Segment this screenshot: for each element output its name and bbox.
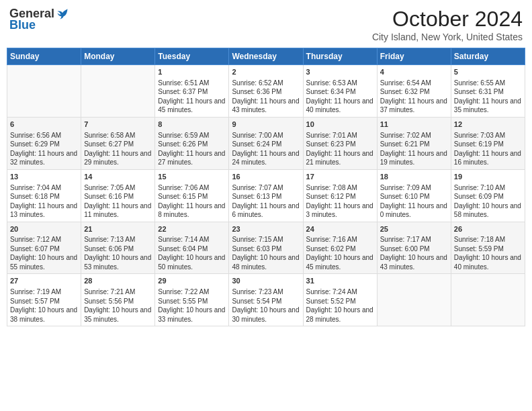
sunset-text: Sunset: 6:16 PM <box>84 193 134 200</box>
daylight-text: Daylight: 10 hours and 43 minutes. <box>380 254 447 271</box>
sunset-text: Sunset: 6:03 PM <box>232 245 281 253</box>
day-header-friday: Friday <box>377 48 451 65</box>
daylight-text: Daylight: 10 hours and 33 minutes. <box>158 306 225 323</box>
daylight-text: Daylight: 10 hours and 58 minutes. <box>454 202 521 219</box>
sunrise-text: Sunrise: 7:05 AM <box>84 184 135 191</box>
sunrise-text: Sunrise: 6:52 AM <box>232 79 283 87</box>
sunset-text: Sunset: 5:57 PM <box>10 298 60 305</box>
daylight-text: Daylight: 11 hours and 16 minutes. <box>454 150 521 167</box>
day-number: 31 <box>306 276 374 286</box>
sunrise-text: Sunrise: 6:56 AM <box>10 132 61 139</box>
sunset-text: Sunset: 6:27 PM <box>84 140 134 148</box>
sunrise-text: Sunrise: 7:09 AM <box>380 184 431 191</box>
day-number: 16 <box>232 172 300 182</box>
calendar-table: SundayMondayTuesdayWednesdayThursdayFrid… <box>7 48 525 326</box>
sunset-text: Sunset: 5:55 PM <box>158 298 208 305</box>
day-number: 28 <box>84 276 152 286</box>
sunrise-text: Sunrise: 7:14 AM <box>158 236 209 243</box>
sunset-text: Sunset: 5:54 PM <box>232 298 281 305</box>
sunset-text: Sunset: 6:00 PM <box>380 245 430 253</box>
sunset-text: Sunset: 6:19 PM <box>454 140 504 148</box>
sunset-text: Sunset: 5:52 PM <box>306 298 356 305</box>
sunrise-text: Sunrise: 7:21 AM <box>84 288 135 295</box>
sunrise-text: Sunrise: 7:18 AM <box>454 236 505 243</box>
day-number: 8 <box>158 120 226 130</box>
day-number: 21 <box>84 224 152 234</box>
calendar-cell: 18Sunrise: 7:09 AMSunset: 6:10 PMDayligh… <box>377 169 451 222</box>
sunrise-text: Sunrise: 7:04 AM <box>10 184 61 191</box>
sunset-text: Sunset: 6:12 PM <box>306 193 356 200</box>
daylight-text: Daylight: 11 hours and 43 minutes. <box>232 97 299 114</box>
day-number: 11 <box>380 120 448 130</box>
calendar-cell: 16Sunrise: 7:07 AMSunset: 6:13 PMDayligh… <box>229 169 303 222</box>
day-number: 12 <box>454 120 522 130</box>
daylight-text: Daylight: 10 hours and 48 minutes. <box>232 254 299 271</box>
day-number: 18 <box>380 172 448 182</box>
calendar-cell: 15Sunrise: 7:06 AMSunset: 6:15 PMDayligh… <box>155 169 229 222</box>
daylight-text: Daylight: 11 hours and 45 minutes. <box>158 97 225 114</box>
daylight-text: Daylight: 11 hours and 0 minutes. <box>380 202 447 219</box>
day-number: 25 <box>380 224 448 234</box>
calendar-week-row: 27Sunrise: 7:19 AMSunset: 5:57 PMDayligh… <box>7 274 525 326</box>
calendar-cell: 29Sunrise: 7:22 AMSunset: 5:55 PMDayligh… <box>155 274 229 326</box>
calendar-cell <box>451 274 525 326</box>
sunrise-text: Sunrise: 7:07 AM <box>232 184 283 191</box>
location-title: City Island, New York, United States <box>372 32 523 42</box>
calendar-cell: 9Sunrise: 7:00 AMSunset: 6:24 PMDaylight… <box>229 117 303 169</box>
sunset-text: Sunset: 5:59 PM <box>454 245 504 253</box>
title-block: October 2024 City Island, New York, Unit… <box>372 7 523 42</box>
calendar-cell: 10Sunrise: 7:01 AMSunset: 6:23 PMDayligh… <box>303 117 377 169</box>
calendar-cell: 17Sunrise: 7:08 AMSunset: 6:12 PMDayligh… <box>303 169 377 222</box>
day-number: 7 <box>84 120 152 130</box>
sunset-text: Sunset: 6:15 PM <box>158 193 208 200</box>
sunrise-text: Sunrise: 7:24 AM <box>306 288 357 295</box>
calendar-cell: 31Sunrise: 7:24 AMSunset: 5:52 PMDayligh… <box>303 274 377 326</box>
sunset-text: Sunset: 6:09 PM <box>454 193 504 200</box>
sunrise-text: Sunrise: 7:23 AM <box>232 288 283 295</box>
day-number: 10 <box>306 120 374 130</box>
sunset-text: Sunset: 6:23 PM <box>306 140 356 148</box>
calendar-cell <box>81 65 155 118</box>
calendar-cell: 2Sunrise: 6:52 AMSunset: 6:36 PMDaylight… <box>229 65 303 118</box>
sunset-text: Sunset: 6:13 PM <box>232 193 281 200</box>
calendar-cell: 7Sunrise: 6:58 AMSunset: 6:27 PMDaylight… <box>81 117 155 169</box>
calendar-cell: 6Sunrise: 6:56 AMSunset: 6:29 PMDaylight… <box>7 117 81 169</box>
daylight-text: Daylight: 11 hours and 35 minutes. <box>454 97 521 114</box>
daylight-text: Daylight: 11 hours and 40 minutes. <box>306 97 373 114</box>
day-header-monday: Monday <box>81 48 155 65</box>
sunset-text: Sunset: 6:02 PM <box>306 245 356 253</box>
calendar-cell: 13Sunrise: 7:04 AMSunset: 6:18 PMDayligh… <box>7 169 81 222</box>
calendar-cell: 12Sunrise: 7:03 AMSunset: 6:19 PMDayligh… <box>451 117 525 169</box>
calendar-header-row: SundayMondayTuesdayWednesdayThursdayFrid… <box>7 48 525 65</box>
calendar-cell <box>377 274 451 326</box>
sunrise-text: Sunrise: 7:02 AM <box>380 132 431 139</box>
day-number: 1 <box>158 67 226 77</box>
day-number: 2 <box>232 67 300 77</box>
day-number: 13 <box>10 172 78 182</box>
day-number: 22 <box>158 224 226 234</box>
calendar-cell: 26Sunrise: 7:18 AMSunset: 5:59 PMDayligh… <box>451 222 525 274</box>
daylight-text: Daylight: 11 hours and 32 minutes. <box>10 150 77 167</box>
sunset-text: Sunset: 6:26 PM <box>158 140 208 148</box>
sunrise-text: Sunrise: 7:16 AM <box>306 236 357 243</box>
sunset-text: Sunset: 6:31 PM <box>454 88 504 95</box>
calendar-cell: 22Sunrise: 7:14 AMSunset: 6:04 PMDayligh… <box>155 222 229 274</box>
day-number: 23 <box>232 224 300 234</box>
daylight-text: Daylight: 11 hours and 37 minutes. <box>380 97 447 114</box>
day-number: 6 <box>10 120 78 130</box>
daylight-text: Daylight: 10 hours and 40 minutes. <box>454 254 521 271</box>
day-number: 30 <box>232 276 300 286</box>
calendar-cell: 30Sunrise: 7:23 AMSunset: 5:54 PMDayligh… <box>229 274 303 326</box>
calendar-week-row: 13Sunrise: 7:04 AMSunset: 6:18 PMDayligh… <box>7 169 525 222</box>
daylight-text: Daylight: 11 hours and 3 minutes. <box>306 202 373 219</box>
sunrise-text: Sunrise: 7:22 AM <box>158 288 209 295</box>
daylight-text: Daylight: 10 hours and 35 minutes. <box>84 306 151 323</box>
page-header: General Blue October 2024 City Island, N… <box>7 7 525 42</box>
calendar-cell: 3Sunrise: 6:53 AMSunset: 6:34 PMDaylight… <box>303 65 377 118</box>
calendar-cell: 24Sunrise: 7:16 AMSunset: 6:02 PMDayligh… <box>303 222 377 274</box>
day-header-saturday: Saturday <box>451 48 525 65</box>
sunset-text: Sunset: 6:21 PM <box>380 140 430 148</box>
sunrise-text: Sunrise: 7:01 AM <box>306 132 357 139</box>
sunset-text: Sunset: 6:07 PM <box>10 245 60 253</box>
sunrise-text: Sunrise: 7:10 AM <box>454 184 505 191</box>
